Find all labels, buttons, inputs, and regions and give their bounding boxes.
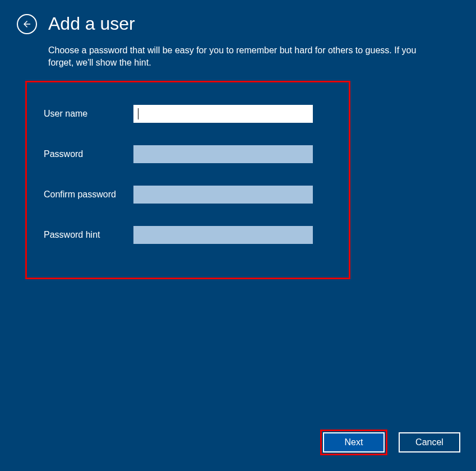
next-button-highlight: Next bbox=[320, 430, 387, 455]
password-row: Password bbox=[44, 145, 332, 163]
username-input[interactable] bbox=[133, 105, 313, 123]
password-hint-row: Password hint bbox=[44, 226, 332, 244]
password-hint-input[interactable] bbox=[133, 226, 313, 244]
page-description: Choose a password that will be easy for … bbox=[0, 44, 449, 70]
password-hint-label: Password hint bbox=[44, 230, 133, 240]
confirm-password-label: Confirm password bbox=[44, 190, 133, 200]
confirm-password-row: Confirm password bbox=[44, 186, 332, 204]
arrow-left-icon bbox=[22, 19, 32, 29]
back-button[interactable] bbox=[17, 14, 37, 34]
cancel-button[interactable]: Cancel bbox=[399, 432, 460, 452]
password-label: Password bbox=[44, 149, 133, 159]
next-button[interactable]: Next bbox=[323, 432, 385, 452]
username-label: User name bbox=[44, 109, 133, 119]
button-bar: Next Cancel bbox=[320, 430, 460, 455]
username-row: User name bbox=[44, 105, 332, 123]
page-title: Add a user bbox=[48, 13, 135, 34]
password-input[interactable] bbox=[133, 145, 313, 163]
text-cursor bbox=[138, 108, 138, 119]
confirm-password-input[interactable] bbox=[133, 186, 313, 204]
form-container: User name Password Confirm password Pass… bbox=[25, 81, 350, 279]
